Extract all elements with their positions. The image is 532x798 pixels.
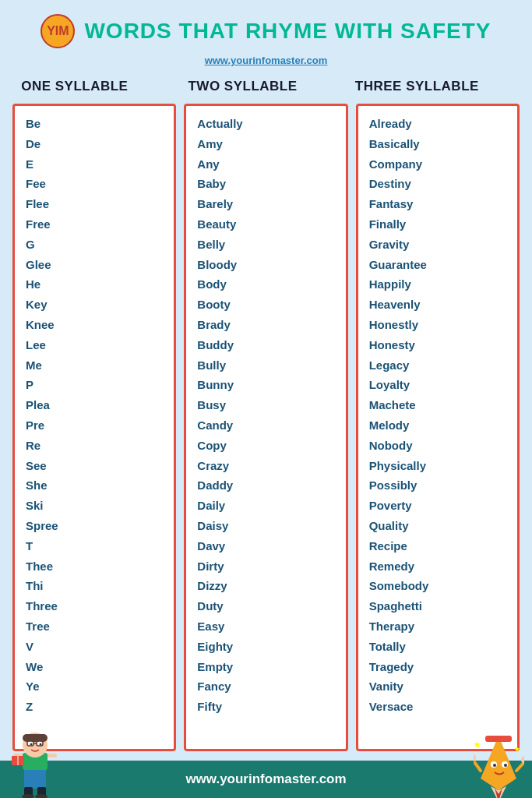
list-item: Empty [197, 657, 334, 677]
list-item: Brady [197, 315, 334, 335]
list-item: Barely [197, 194, 334, 214]
person-mascot [8, 728, 62, 798]
list-item: Remedy [369, 556, 506, 577]
list-item: Daddy [197, 475, 334, 496]
list-item: She [26, 475, 163, 496]
list-item: Knee [26, 315, 163, 335]
list-item: Flee [26, 194, 163, 214]
svg-point-28 [474, 754, 476, 761]
list-item: Totally [369, 637, 506, 657]
svg-marker-19 [481, 736, 516, 790]
svg-rect-22 [485, 736, 512, 742]
list-item: Plea [26, 395, 163, 415]
list-item: P [26, 375, 163, 395]
list-item: Quality [369, 516, 506, 536]
word-columns: BeDeEFeeFleeFreeGGleeHeKeyKneeLeeMePPlea… [0, 104, 532, 751]
list-item: G [26, 235, 163, 255]
svg-text:★: ★ [474, 740, 481, 749]
list-item: Heavenly [369, 295, 506, 315]
list-item: We [26, 657, 163, 677]
list-item: Guarantee [369, 255, 506, 275]
list-item: Fee [26, 174, 163, 194]
list-item: Loyalty [369, 375, 506, 395]
footer: www.yourinfomaster.com ★ ★ [0, 761, 532, 798]
list-item: See [26, 456, 163, 476]
list-item: Therapy [369, 616, 506, 637]
list-item: Bully [197, 355, 334, 376]
list-item: Baby [197, 174, 334, 194]
list-item: Fifty [197, 697, 334, 717]
list-item: Poverty [369, 496, 506, 516]
list-item: Physically [369, 456, 506, 476]
list-item: Actually [197, 114, 334, 134]
list-item: Z [26, 697, 163, 717]
list-item: Re [26, 436, 163, 456]
logo: YIM [41, 14, 75, 48]
list-item: Busy [197, 395, 334, 415]
list-item: Spaghetti [369, 596, 506, 616]
title-highlight: Safety [400, 19, 491, 43]
list-item: Honestly [369, 315, 506, 335]
list-item: Fancy [197, 676, 334, 697]
list-item: Bloody [197, 255, 334, 275]
list-item: Company [369, 154, 506, 175]
list-item: Candy [197, 415, 334, 436]
list-item: Body [197, 274, 334, 295]
svg-rect-3 [23, 734, 48, 742]
list-item: Tree [26, 616, 163, 637]
list-item: Free [26, 214, 163, 235]
list-item: V [26, 637, 163, 657]
list-item: Tragedy [369, 657, 506, 677]
list-item: Honesty [369, 335, 506, 355]
svg-point-26 [504, 764, 507, 767]
list-item: Beauty [197, 214, 334, 235]
list-item: Me [26, 355, 163, 376]
header: YIM Words that Rhyme with Safety [0, 0, 532, 55]
list-item: Legacy [369, 355, 506, 376]
list-item: Destiny [369, 174, 506, 194]
list-item: Thee [26, 556, 163, 577]
page-title: Words that Rhyme with Safety [84, 19, 491, 44]
list-item: Fantasy [369, 194, 506, 214]
list-item: Happily [369, 274, 506, 295]
list-item: Nobody [369, 436, 506, 456]
list-item: Machete [369, 395, 506, 415]
col-header-three: Three Syllable [355, 79, 511, 94]
list-item: Finally [369, 214, 506, 235]
svg-text:★: ★ [514, 746, 520, 753]
col-header-two: Two Syllable [188, 79, 344, 94]
list-item: E [26, 154, 163, 175]
list-item: Be [26, 114, 163, 134]
list-item: Any [197, 154, 334, 175]
list-item: Possibly [369, 475, 506, 496]
list-item: Easy [197, 616, 334, 637]
list-item: Key [26, 295, 163, 315]
footer-url: www.yourinfomaster.com [185, 772, 346, 786]
list-item: Somebody [369, 576, 506, 596]
list-item: Melody [369, 415, 506, 436]
list-item: Duty [197, 596, 334, 616]
list-item: He [26, 274, 163, 295]
list-item: De [26, 134, 163, 154]
svg-point-30 [521, 756, 524, 764]
list-item: Recipe [369, 536, 506, 556]
list-item: Daily [197, 496, 334, 516]
list-item: Thi [26, 576, 163, 596]
list-item: Booty [197, 295, 334, 315]
list-item: T [26, 536, 163, 556]
three-syllable-column: AlreadyBasicallyCompanyDestinyFantasyFin… [356, 104, 520, 751]
list-item: Bunny [197, 375, 334, 395]
list-item: Ye [26, 676, 163, 697]
list-item: Already [369, 114, 506, 134]
title-start: Words that Rhyme with [84, 19, 400, 43]
list-item: Versace [369, 697, 506, 717]
svg-rect-12 [48, 754, 57, 757]
list-item: Three [26, 596, 163, 616]
list-item: Basically [369, 134, 506, 154]
list-item: Crazy [197, 456, 334, 476]
svg-line-27 [474, 759, 481, 771]
list-item: Ski [26, 496, 163, 516]
list-item: Gravity [369, 235, 506, 255]
svg-point-6 [30, 743, 32, 746]
list-item: Vanity [369, 676, 506, 697]
